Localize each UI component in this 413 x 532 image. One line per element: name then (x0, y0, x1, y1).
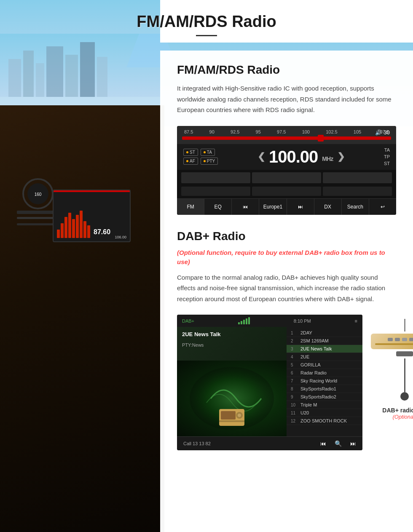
frequency-scale: 87.5 90 92.5 95 97.5 100 102.5 105 107.5 (182, 129, 391, 134)
dab-channel-item[interactable]: 9 SkySportsRadio2 (287, 393, 362, 401)
frequency-unit: MHz (322, 155, 333, 162)
badge-st-right: ST (384, 161, 390, 166)
preset-2[interactable] (252, 172, 321, 183)
dab-main: 2UE News Talk PTY:News (177, 327, 362, 436)
volume-value: 30 (384, 129, 390, 136)
dab-desc: Compare to the normal analog radio, DAB+… (177, 272, 396, 305)
frequency-display: ❮ 100.00 MHz ❯ (222, 147, 380, 166)
right-badges: TA TP ST (384, 147, 390, 166)
dab-box-sublabel: (Optional) (371, 414, 413, 420)
dab-channel-item-active[interactable]: 3 2UE News Talk (287, 345, 362, 353)
signal-bar-5 (248, 317, 250, 324)
signal-bar-3 (243, 320, 245, 324)
radio-btn-prev[interactable]: ⏮ (232, 199, 259, 215)
badge-tp-right: TP (384, 154, 390, 159)
dab-top-bar: DAB+ 8:10 PM ≡ (177, 315, 362, 327)
dab-bottom-bar: Call 13 13 82 ⏮ 🔍 ⏭ (177, 436, 362, 450)
dab-label: DAB+ (182, 318, 194, 323)
dab-connectors (375, 338, 413, 341)
fm-section-title: FM/AM/RDS Radio (177, 63, 396, 77)
svg-rect-16 (221, 411, 236, 420)
badge-af: AF (183, 158, 198, 165)
dab-channel-list: 1 2DAY 2 2SM 1269AM 3 2UE News Talk (287, 327, 362, 427)
dab-next-button[interactable]: ⏭ (350, 440, 356, 447)
volume-indicator: 🔊 30 (375, 129, 390, 136)
freq-next-arrow[interactable]: ❯ (337, 151, 344, 162)
dab-box-connector (396, 351, 413, 356)
right-panel: FM/AM/RDS Radio It integrated with High-… (160, 51, 413, 532)
connector-1 (388, 338, 393, 341)
svg-rect-1 (8, 59, 21, 97)
freq-prev-arrow[interactable]: ❮ (257, 151, 265, 162)
dab-cable-top (404, 319, 405, 331)
radio-btn-next[interactable]: ⏭ (287, 199, 314, 215)
radio-btn-dx[interactable]: DX (314, 199, 342, 215)
dab-menu-icon: ≡ (355, 318, 357, 323)
dab-box-label: DAB+ radio box (371, 407, 413, 414)
presets-grid-2 (177, 186, 396, 198)
dab-cable-end (400, 392, 409, 401)
dab-cable-body (404, 358, 405, 392)
svg-rect-2 (23, 51, 34, 97)
dab-prev-button[interactable]: ⏮ (320, 440, 326, 447)
dab-channel-item[interactable]: 12 ZOO SMOOTH ROCK (287, 417, 362, 425)
radio-ui-screenshot: 🔊 30 87.5 90 92.5 95 97.5 100 102.5 105 … (177, 126, 396, 215)
preset-6[interactable] (323, 187, 392, 196)
signal-bar-1 (238, 322, 240, 324)
radio-btn-search[interactable]: Search (342, 199, 369, 215)
dab-channel-item[interactable]: 6 Radar Radio (287, 369, 362, 377)
dab-signal-bars (238, 317, 250, 324)
preset-3[interactable] (323, 172, 392, 183)
title-underline (196, 35, 217, 36)
dab-pty: PTY:News (177, 342, 287, 348)
preset-1[interactable] (181, 172, 250, 183)
svg-rect-19 (219, 420, 244, 422)
dab-channel-item[interactable]: 2 2SM 1269AM (287, 337, 362, 345)
radio-btn-back[interactable]: ↩ (369, 199, 396, 215)
signal-bar-4 (246, 318, 247, 324)
radio-btn-eq[interactable]: EQ (204, 199, 232, 215)
dab-box-visual-container (371, 319, 413, 401)
svg-rect-5 (65, 55, 78, 97)
signal-bar-2 (241, 321, 242, 324)
radio-btn-fm[interactable]: FM (177, 199, 204, 215)
badge-pty: PTY (201, 158, 218, 165)
radio-btn-europe1[interactable]: Europe1 (259, 199, 287, 215)
frequency-slider-thumb (318, 135, 324, 142)
dab-channel-item[interactable]: 1 2DAY (287, 329, 362, 337)
svg-rect-7 (97, 57, 107, 97)
svg-rect-6 (80, 42, 95, 97)
dab-channel-item[interactable]: 10 Triple M (287, 401, 362, 409)
dab-search-button[interactable]: 🔍 (335, 440, 342, 447)
page-title: FM/AM/RDS Radio (8, 13, 405, 31)
connector-4 (409, 338, 413, 341)
dab-station-info: 2UE News Talk (177, 327, 287, 342)
dab-time: 8:10 PM (294, 318, 311, 323)
dab-station-name: 2UE News Talk (182, 331, 282, 337)
presets-grid-1 (177, 170, 396, 186)
dab-channel-item[interactable]: 7 Sky Racing World (287, 377, 362, 385)
svg-rect-4 (46, 46, 63, 97)
dab-optional-text: (Optional function, require to buy exter… (177, 248, 396, 267)
dab-channel-item[interactable]: 5 GORILLA (287, 361, 362, 369)
preset-5[interactable] (252, 187, 321, 196)
connector-3 (402, 338, 407, 341)
dab-channel-item[interactable]: 4 2UE (287, 353, 362, 361)
frequency-value: 100.00 (269, 147, 318, 166)
page-header: FM/AM/RDS Radio (0, 0, 413, 43)
svg-text:160: 160 (35, 192, 42, 197)
badge-st: ST (183, 149, 198, 156)
dab-ui-screenshot: DAB+ 8:10 PM ≡ (177, 315, 362, 450)
badge-ta: TA (201, 149, 215, 156)
frequency-slider-track[interactable] (182, 136, 391, 140)
preset-4[interactable] (181, 187, 250, 196)
svg-point-18 (238, 414, 241, 417)
dab-channel-item[interactable]: 8 SkySportsRadio1 (287, 385, 362, 393)
dab-controls: ⏮ 🔍 ⏭ (320, 440, 356, 447)
dab-section-title: DAB+ Radio (177, 230, 396, 243)
radio-bottom-bar: FM EQ ⏮ Europe1 ⏭ DX Search ↩ (177, 198, 396, 215)
badge-ta-right: TA (384, 147, 390, 152)
fm-section-desc: It integrated with High-Sensitive radio … (177, 83, 396, 115)
dab-channel-item[interactable]: 11 U20 (287, 409, 362, 417)
dab-call-sign: Call 13 13 82 (183, 441, 211, 446)
